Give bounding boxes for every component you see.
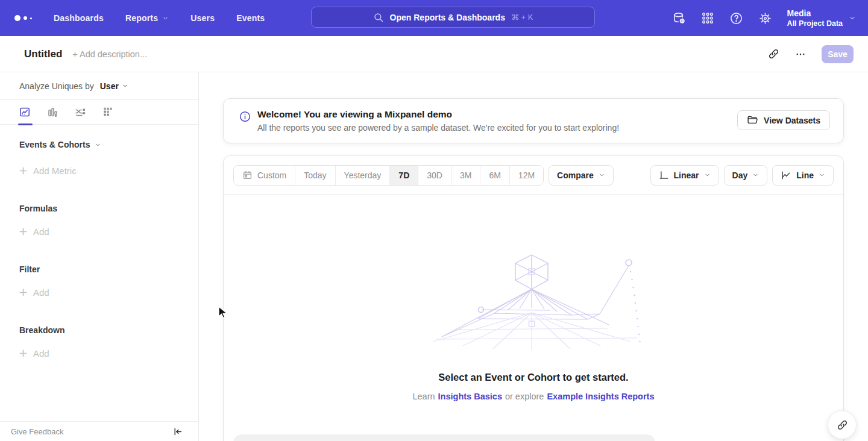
nav-events-label: Events [236,13,265,23]
add-filter-button[interactable]: Add [19,287,198,298]
formulas-header: Formulas [19,204,198,213]
project-scope: All Project Data [787,19,843,28]
report-header: Untitled + Add description... Save [0,36,868,72]
action-label: Add [33,227,49,237]
linear-scale-button[interactable]: Linear [650,165,719,186]
collapse-sidebar-icon[interactable] [172,427,183,437]
logo-dot [14,15,20,21]
chevron-down-icon [599,172,605,178]
tab-flows-icon[interactable] [74,106,86,118]
more-options-icon[interactable] [795,49,806,60]
learn-prefix: Learn [412,392,435,401]
query-builder-sidebar: Analyze Uniques by User [0,72,199,441]
topbar-actions: Media All Project Data [672,0,856,36]
section-label: Filter [19,264,40,274]
linear-scale-icon [659,170,669,180]
project-selector[interactable]: Media All Project Data [787,8,856,28]
plus-icon [19,289,27,296]
report-title[interactable]: Untitled [24,48,62,60]
view-datasets-button[interactable]: View Datasets [737,110,830,130]
top-navigation-bar: Dashboards Reports Users Events Open Rep… [0,0,868,36]
range-7d-button[interactable]: 7D [389,166,418,185]
add-description-field[interactable]: + Add description... [72,49,147,59]
tab-bar-chart-icon[interactable] [46,106,58,118]
insights-basics-link[interactable]: Insights Basics [438,392,502,401]
add-metric-button[interactable]: Add Metric [19,166,198,176]
project-name: Media [787,8,843,19]
plus-icon [19,349,27,357]
apps-grid-icon[interactable] [701,11,714,25]
date-range-group: Custom Today Yesterday 7D 30D 3M 6M 12M [233,165,544,186]
search-placeholder: Open Reports & Dashboards [390,13,505,22]
section-label: Events & Cohorts [19,140,90,149]
logo-dot [30,17,32,19]
give-feedback-link[interactable]: Give Feedback [11,427,63,436]
nav-events[interactable]: Events [236,13,265,23]
global-search-bar[interactable]: Open Reports & Dashboards ⌘ + K [311,7,595,28]
range-30d-button[interactable]: 30D [418,166,451,185]
banner-title: Welcome! You are viewing a Mixpanel demo [257,109,619,120]
analyze-value-label: User [100,81,119,91]
chart-style-line-button[interactable]: Line [772,165,834,186]
settings-gear-icon[interactable] [758,11,772,25]
range-label: Today [304,170,326,180]
range-6m-button[interactable]: 6M [480,166,509,185]
example-insights-reports-link[interactable]: Example Insights Reports [547,392,654,401]
action-label: Add Metric [33,166,77,176]
nav-reports[interactable]: Reports [125,13,169,23]
main-content: Welcome! You are viewing a Mixpanel demo… [199,72,868,441]
empty-state-illustration [421,252,650,352]
line-chart-icon [781,170,791,181]
copy-link-icon[interactable] [768,48,779,60]
plus-icon [19,228,27,236]
range-12m-button[interactable]: 12M [509,166,543,185]
data-management-icon[interactable] [672,11,686,25]
breakdown-section: Breakdown Add [0,325,198,358]
day-label: Day [732,170,748,180]
formulas-section: Formulas Add [0,204,198,237]
section-label: Formulas [19,204,57,213]
share-link-floating-button[interactable] [828,410,857,439]
chevron-down-icon [849,14,856,22]
range-3m-button[interactable]: 3M [451,166,480,185]
compare-button[interactable]: Compare [549,165,614,186]
analyze-label: Analyze Uniques by [19,81,94,91]
action-label: Add [33,287,49,298]
nav-users[interactable]: Users [190,13,215,23]
interval-day-button[interactable]: Day [724,165,768,186]
tab-retention-icon[interactable] [102,106,114,118]
tab-insights-icon[interactable] [19,106,31,118]
empty-state-links: Learn Insights Basics or explore Example… [224,392,843,401]
sidebar-footer: Give Feedback [0,421,198,441]
calendar-icon [242,170,253,180]
events-cohorts-header[interactable]: Events & Cohorts [19,140,198,149]
range-today-button[interactable]: Today [295,166,335,185]
analyze-value-dropdown[interactable]: User [100,81,128,91]
nav-dashboards[interactable]: Dashboards [54,13,104,23]
save-button[interactable]: Save [822,45,854,63]
range-label: 6M [489,170,500,180]
range-label: 12M [518,170,535,180]
help-icon[interactable] [729,11,743,25]
search-icon [373,12,384,23]
chevron-down-icon [95,142,101,148]
logo-dot [24,16,27,20]
mixpanel-logo[interactable] [14,15,32,21]
info-icon [239,111,251,122]
nav-dashboards-label: Dashboards [54,13,104,23]
banner-subtitle: All the reports you see are powered by a… [257,123,619,133]
section-label: Breakdown [19,325,64,335]
add-formula-button[interactable]: Add [19,227,198,237]
line-label: Line [796,170,814,180]
linear-label: Linear [674,170,699,180]
chart-type-tabs [0,99,198,125]
range-custom-button[interactable]: Custom [234,166,295,185]
range-yesterday-button[interactable]: Yesterday [335,166,390,185]
breakdown-table-peek [233,434,655,441]
action-label: Add [33,348,49,358]
compare-label: Compare [557,170,594,180]
breakdown-header: Breakdown [19,325,198,335]
filter-header: Filter [19,264,198,274]
range-label: Yesterday [344,170,382,180]
add-breakdown-button[interactable]: Add [19,348,198,358]
